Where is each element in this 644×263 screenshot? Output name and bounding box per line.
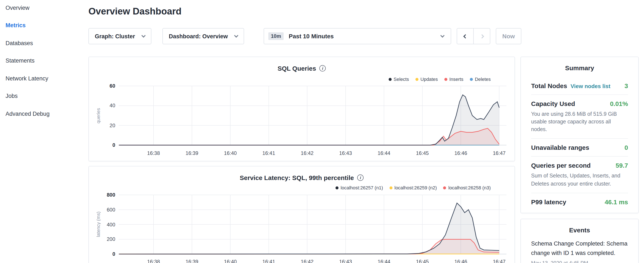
x-axis-tick: 16:40 — [218, 259, 243, 263]
legend-dot-icon — [470, 78, 473, 81]
info-icon[interactable]: i — [357, 174, 364, 181]
legend-item[interactable]: Updates — [415, 77, 438, 82]
x-axis-tick: 16:42 — [294, 150, 320, 156]
summary-row-label: P99 latency — [531, 198, 566, 205]
legend-label: Selects — [394, 77, 409, 82]
legend-item[interactable]: Selects — [388, 77, 409, 82]
event-message: Schema Change Completed: Schema change w… — [531, 239, 628, 257]
time-back-button[interactable] — [457, 28, 474, 44]
app-root: Overview Metrics Databases Statements Ne… — [0, 0, 644, 263]
summary-row-description: Sum of Selects, Updates, Inserts, and De… — [531, 172, 628, 188]
summary-row-value: 59.7 — [616, 162, 628, 169]
chart-plot-area[interactable] — [119, 83, 510, 148]
sidebar-item-overview[interactable]: Overview — [6, 4, 30, 12]
legend-label: Updates — [420, 77, 438, 82]
sql-queries-chart-card: SQL Queries i SelectsUpdatesInsertsDelet… — [88, 57, 515, 161]
x-axis-tick: 16:39 — [179, 259, 205, 263]
chart-title-row: SQL Queries i — [89, 65, 514, 72]
events-title: Events — [531, 219, 628, 239]
y-axis-label: queries — [96, 86, 101, 146]
dashboard-dropdown[interactable]: Dashboard: Overview — [162, 28, 244, 44]
summary-row-p99-latency: P99 latency 46.1 ms — [531, 193, 628, 210]
summary-row-label: Capacity Used — [531, 100, 575, 107]
summary-row-total-nodes: Total Nodes View nodes list 3 — [531, 77, 628, 95]
chart-legend: localhost:26257 (n1)localhost:26259 (n2)… — [336, 185, 491, 190]
legend-dot-icon — [444, 78, 447, 81]
x-axis-tick: 16:45 — [410, 259, 435, 263]
chevron-down-icon — [234, 34, 238, 38]
legend-label: Deletes — [475, 77, 491, 82]
legend-dot-icon — [336, 186, 338, 189]
summary-title: Summary — [531, 57, 628, 77]
legend-label: localhost:26257 (n1) — [340, 185, 383, 190]
dashboard-dropdown-label: Dashboard: Overview — [169, 33, 228, 39]
sidebar-item-metrics[interactable]: Metrics — [6, 22, 26, 29]
x-axis-tick: 16:46 — [448, 259, 474, 263]
legend-item[interactable]: localhost:26257 (n1) — [336, 185, 383, 190]
now-button[interactable]: Now — [496, 28, 521, 44]
x-axis-tick: 16:44 — [371, 150, 397, 156]
x-axis-tick: 16:39 — [179, 150, 205, 156]
plot-region — [89, 57, 514, 161]
summary-row-value: 0 — [624, 144, 628, 151]
time-range-dropdown[interactable]: 10m Past 10 Minutes — [264, 28, 451, 44]
x-axis-tick: 16:47 — [486, 150, 512, 156]
summary-row-value: 46.1 ms — [605, 198, 628, 205]
graph-dropdown[interactable]: Graph: Cluster — [88, 28, 152, 44]
summary-row-capacity-used: Capacity Used 0.01% You are using 28.6 M… — [531, 95, 628, 139]
time-range-label: Past 10 Minutes — [289, 33, 334, 40]
x-axis-tick: 16:44 — [371, 259, 397, 263]
legend-item[interactable]: localhost:26259 (n2) — [389, 185, 437, 190]
summary-row-label: Total Nodes — [531, 82, 567, 89]
legend-label: localhost:26258 (n3) — [448, 185, 491, 190]
y-axis-label: latency (ms) — [96, 194, 101, 254]
summary-row-label: Queries per second — [531, 162, 591, 169]
legend-label: Inserts — [449, 77, 463, 82]
graph-dropdown-label: Graph: Cluster — [95, 33, 135, 39]
time-forward-button[interactable] — [473, 28, 490, 44]
x-axis-tick: 16:38 — [141, 150, 166, 156]
legend-dot-icon — [443, 186, 446, 189]
sidebar-item-network-latency[interactable]: Network Latency — [6, 75, 48, 83]
service-latency-chart-card: Service Latency: SQL, 99th percentile i … — [88, 166, 515, 263]
sidebar-item-statements[interactable]: Statements — [6, 57, 35, 65]
chevron-right-icon — [480, 34, 484, 38]
x-axis-tick: 16:41 — [256, 150, 282, 156]
summary-panel: Summary Total Nodes View nodes list 3 Ca… — [520, 57, 639, 213]
summary-row-value: 3 — [624, 82, 628, 89]
x-axis-tick: 16:47 — [486, 259, 512, 263]
summary-row-label: Unavailable ranges — [531, 144, 589, 151]
chart-legend: SelectsUpdatesInsertsDeletes — [388, 77, 491, 82]
page-title: Overview Dashboard — [88, 6, 182, 17]
x-axis-tick: 16:38 — [141, 259, 166, 263]
events-panel: Events Schema Change Completed: Schema c… — [520, 219, 639, 263]
legend-label: localhost:26259 (n2) — [394, 185, 437, 190]
summary-row-queries-per-second: Queries per second 59.7 Sum of Selects, … — [531, 156, 628, 193]
x-axis-tick: 16:42 — [294, 259, 320, 263]
summary-row-unavailable-ranges: Unavailable ranges 0 — [531, 139, 628, 156]
sidebar-item-jobs[interactable]: Jobs — [6, 92, 18, 100]
x-axis-tick: 16:45 — [410, 150, 435, 156]
chevron-down-icon — [440, 34, 444, 38]
legend-item[interactable]: localhost:26258 (n3) — [443, 185, 491, 190]
legend-item[interactable]: Deletes — [470, 77, 491, 82]
x-axis-tick: 16:43 — [333, 150, 358, 156]
chart-title-row: Service Latency: SQL, 99th percentile i — [89, 174, 514, 181]
sidebar-item-advanced-debug[interactable]: Advanced Debug — [6, 110, 50, 118]
info-icon[interactable]: i — [320, 65, 326, 72]
chart-plot-area[interactable] — [119, 192, 510, 256]
chart-title: SQL Queries — [278, 65, 316, 72]
chart-title: Service Latency: SQL, 99th percentile — [240, 174, 354, 181]
event-timestamp: May 13, 2020 at 4:45 PM — [531, 260, 628, 263]
chevron-down-icon — [142, 34, 146, 38]
legend-dot-icon — [415, 78, 418, 81]
summary-row-description: You are using 28.6 MiB of 515.9 GiB usab… — [531, 110, 628, 133]
chevron-left-icon — [463, 34, 467, 38]
legend-item[interactable]: Inserts — [444, 77, 463, 82]
view-nodes-list-link[interactable]: View nodes list — [570, 83, 610, 89]
sidebar-item-databases[interactable]: Databases — [6, 40, 33, 47]
summary-row-value: 0.01% — [610, 100, 628, 107]
legend-dot-icon — [388, 78, 392, 81]
time-range-badge: 10m — [268, 32, 284, 40]
x-axis-tick: 16:43 — [333, 259, 358, 263]
